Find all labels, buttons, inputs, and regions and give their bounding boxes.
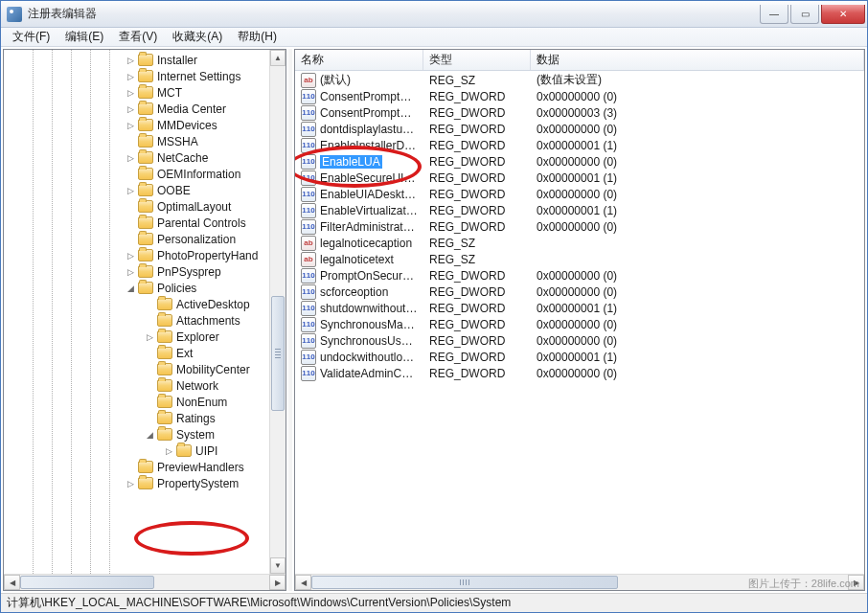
expand-icon[interactable]: ▷ (125, 185, 136, 196)
value-row[interactable]: 110EnableUIADeskto...REG_DWORD0x00000000… (295, 186, 864, 202)
reg-dword-icon: 110 (301, 268, 316, 284)
column-type[interactable]: 类型 (423, 50, 531, 70)
annotation-circle-tree (134, 521, 249, 556)
value-row[interactable]: 110ValidateAdminCod...REG_DWORD0x0000000… (295, 365, 864, 381)
tree-item[interactable]: ▷Parental Controls (4, 215, 269, 231)
value-row[interactable]: ablegalnoticetextREG_SZ (295, 251, 864, 267)
scroll-down-button[interactable]: ▼ (270, 557, 286, 574)
value-row[interactable]: 110FilterAdministrator...REG_DWORD0x0000… (295, 218, 864, 235)
menu-favorites[interactable]: 收藏夹(A) (165, 27, 230, 47)
list-header: 名称 类型 数据 (295, 50, 864, 71)
tree-item[interactable]: ▷MobilityCenter (4, 361, 269, 377)
value-row[interactable]: 110EnableSecureUIAP...REG_DWORD0x0000000… (295, 170, 864, 186)
column-name[interactable]: 名称 (295, 50, 423, 70)
maximize-button[interactable]: ▭ (790, 5, 819, 24)
folder-icon (138, 282, 153, 294)
tree-item[interactable]: ▷Explorer (4, 329, 269, 345)
expand-icon[interactable]: ▷ (125, 478, 136, 489)
tree-item[interactable]: ▷ActiveDesktop (4, 296, 269, 312)
expand-icon[interactable]: ▷ (125, 103, 136, 115)
tree-item-label: Ratings (176, 412, 216, 425)
tree-scrollbar-horizontal[interactable]: ◀ ▶ (4, 574, 286, 590)
tree-item[interactable]: ▷Internet Settings (4, 68, 269, 84)
value-row[interactable]: 110ConsentPromptBe...REG_DWORD0x00000000… (295, 88, 864, 104)
value-type: REG_DWORD (423, 269, 531, 283)
expand-icon[interactable]: ▷ (125, 266, 136, 278)
tree-item[interactable]: ▷OOBE (4, 182, 269, 198)
value-name: SynchronousUserG... (320, 334, 418, 348)
tree-item[interactable]: ▷PropertySystem (4, 475, 269, 491)
menu-help[interactable]: 帮助(H) (230, 27, 285, 47)
value-row[interactable]: 110SynchronousMach...REG_DWORD0x00000000… (295, 316, 864, 332)
expand-icon[interactable]: ▷ (125, 152, 136, 164)
scroll-right-button[interactable]: ▶ (269, 575, 286, 590)
value-row[interactable]: 110scforceoptionREG_DWORD0x00000000 (0) (295, 284, 864, 300)
tree-item-label: OptimalLayout (157, 200, 231, 214)
menu-edit[interactable]: 编辑(E) (57, 27, 111, 47)
expand-icon[interactable]: ▷ (125, 55, 136, 66)
tree-item-label: MMDevices (157, 119, 217, 132)
titlebar[interactable]: 注册表编辑器 — ▭ ✕ (1, 1, 867, 28)
reg-dword-icon: 110 (301, 203, 316, 218)
values-list[interactable]: ab(默认)REG_SZ(数值未设置)110ConsentPromptBe...… (295, 71, 864, 574)
value-row[interactable]: ab(默认)REG_SZ(数值未设置) (295, 72, 864, 88)
expand-icon[interactable]: ▷ (125, 120, 136, 131)
minimize-button[interactable]: — (760, 5, 788, 24)
value-type: REG_SZ (423, 253, 531, 266)
value-row[interactable]: 110EnableInstallerDet...REG_DWORD0x00000… (295, 137, 864, 153)
tree-item[interactable]: ▷OEMInformation (4, 166, 269, 182)
expand-icon[interactable]: ▷ (125, 71, 136, 82)
tree-item[interactable]: ▷Ext (4, 345, 269, 361)
value-data: 0x00000000 (0) (531, 188, 864, 201)
menu-view[interactable]: 查看(V) (111, 27, 165, 47)
tree-item[interactable]: ▷MSSHA (4, 133, 269, 149)
value-row[interactable]: 110SynchronousUserG...REG_DWORD0x0000000… (295, 332, 864, 349)
value-row[interactable]: ablegalnoticecaptionREG_SZ (295, 235, 864, 251)
tree-item[interactable]: ▷NetCache (4, 149, 269, 166)
value-row[interactable]: 110shutdownwithoutl...REG_DWORD0x0000000… (295, 300, 864, 316)
column-data[interactable]: 数据 (531, 50, 864, 70)
tree-item[interactable]: ▷Network (4, 377, 269, 394)
expand-icon[interactable]: ▷ (144, 331, 155, 343)
value-row[interactable]: 110EnableLUAREG_DWORD0x00000000 (0) (295, 153, 864, 170)
value-row[interactable]: 110dontdisplaylastuse...REG_DWORD0x00000… (295, 121, 864, 137)
tree-item[interactable]: ▷Media Center (4, 101, 269, 117)
value-row[interactable]: 110ConsentPromptBe...REG_DWORD0x00000003… (295, 104, 864, 121)
pane-splitter[interactable] (288, 49, 292, 591)
folder-icon (138, 168, 153, 180)
close-button[interactable]: ✕ (821, 5, 865, 24)
tree-item[interactable]: ▷NonEnum (4, 394, 269, 410)
tree-item[interactable]: ▷PreviewHandlers (4, 459, 269, 475)
expand-icon[interactable]: ▷ (125, 250, 136, 261)
value-data: 0x00000000 (0) (531, 90, 864, 103)
tree-item[interactable]: ▷Ratings (4, 410, 269, 426)
tree-item[interactable]: ▷Personalization (4, 231, 269, 247)
menu-file[interactable]: 文件(F) (5, 27, 57, 47)
value-row[interactable]: 110EnableVirtualizationREG_DWORD0x000000… (295, 202, 864, 218)
folder-icon (138, 54, 153, 66)
scroll-left-button[interactable]: ◀ (4, 575, 20, 590)
tree-item[interactable]: ◢Policies (4, 280, 269, 296)
value-row[interactable]: 110undockwithoutlog...REG_DWORD0x0000000… (295, 349, 864, 365)
tree-scrollbar-vertical[interactable]: ▲ ▼ (269, 50, 286, 574)
tree-item[interactable]: ▷Attachments (4, 312, 269, 329)
tree-item[interactable]: ▷MCT (4, 84, 269, 101)
tree-item[interactable]: ▷PnPSysprep (4, 263, 269, 280)
expand-icon[interactable]: ▷ (163, 445, 174, 457)
tree-view[interactable]: ▷Installer▷Internet Settings▷MCT▷Media C… (4, 50, 269, 574)
tree-item[interactable]: ▷OptimalLayout (4, 198, 269, 215)
tree-item[interactable]: ▷UIPI (4, 443, 269, 459)
scroll-left-button[interactable]: ◀ (295, 575, 311, 590)
scroll-up-button[interactable]: ▲ (270, 50, 286, 66)
expand-icon[interactable]: ▷ (125, 87, 136, 99)
collapse-icon[interactable]: ◢ (144, 429, 155, 441)
reg-dword-icon: 110 (301, 89, 316, 104)
value-row[interactable]: 110PromptOnSecureD...REG_DWORD0x00000000… (295, 267, 864, 284)
tree-item[interactable]: ▷Installer (4, 52, 269, 68)
tree-item[interactable]: ▷PhotoPropertyHand (4, 247, 269, 263)
tree-item[interactable]: ◢System (4, 426, 269, 443)
collapse-icon[interactable]: ◢ (125, 283, 136, 294)
value-type: REG_DWORD (423, 285, 531, 299)
tree-item[interactable]: ▷MMDevices (4, 117, 269, 133)
folder-icon (138, 216, 153, 229)
